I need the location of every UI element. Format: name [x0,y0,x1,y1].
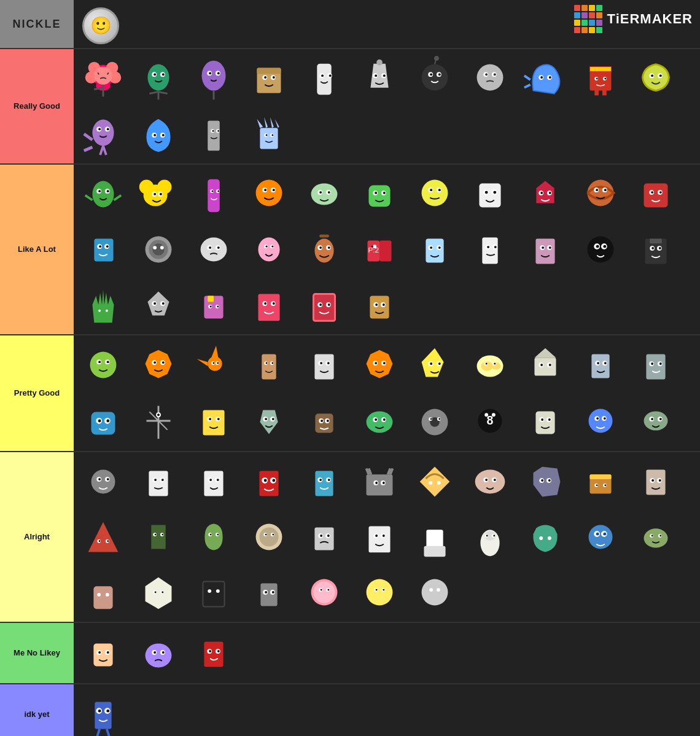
svg-point-15 [162,73,165,76]
svg-point-143 [493,191,496,194]
svg-point-265 [266,362,268,364]
list-item [518,338,572,392]
svg-point-416 [651,479,654,482]
svg-point-38 [375,74,377,77]
svg-rect-86 [208,121,220,151]
svg-point-488 [313,581,335,603]
svg-point-271 [327,362,330,364]
svg-point-148 [549,192,551,194]
list-item [518,510,572,564]
svg-point-134 [422,180,448,206]
logo-cell [574,27,580,33]
tier-items-idk-yet [74,684,700,736]
svg-point-122 [264,189,266,191]
svg-point-41 [422,65,448,91]
list-item [352,52,406,106]
svg-point-98 [266,134,268,136]
tier-items-like-a-lot: P:2 [74,165,700,334]
tier-label-idk-yet: idk yet [0,684,74,736]
svg-line-78 [84,134,93,140]
svg-point-239 [328,303,330,306]
svg-rect-190 [426,238,443,262]
list-item [297,167,351,221]
svg-point-182 [319,246,322,249]
svg-point-397 [475,470,505,494]
list-item [297,455,351,509]
svg-point-383 [319,479,322,481]
svg-line-57 [524,76,531,80]
svg-point-238 [319,303,322,306]
tier-items-really-good [74,49,700,163]
svg-point-55 [540,76,543,79]
svg-point-393 [383,482,385,484]
svg-point-65 [604,78,606,80]
svg-point-244 [383,303,385,306]
svg-point-354 [604,417,606,420]
svg-rect-184 [319,235,329,238]
svg-rect-200 [535,238,554,264]
svg-point-510 [162,651,165,654]
svg-marker-394 [420,467,450,497]
svg-point-458 [539,536,543,540]
tier-items-me-no-likey [74,623,700,683]
list-item [352,565,406,619]
svg-point-261 [217,362,219,364]
svg-point-287 [486,363,488,365]
svg-point-227 [210,305,212,307]
logo-cell [581,12,588,18]
svg-point-330 [367,411,393,433]
svg-point-276 [383,362,386,364]
svg-point-132 [375,192,377,194]
list-item [408,394,462,448]
svg-point-189 [371,246,373,248]
svg-point-167 [153,246,157,249]
svg-point-179 [314,238,333,262]
svg-point-76 [98,128,101,130]
svg-point-422 [107,540,109,542]
list-item [629,338,683,392]
nickle-character: 🙂 [76,2,125,49]
tiermaker-text: TiERMAKER [607,11,693,27]
svg-point-309 [106,420,109,423]
svg-point-480 [208,589,211,593]
list-item [187,455,241,509]
list-item [242,278,296,332]
svg-point-45 [438,73,441,76]
svg-point-103 [98,190,101,192]
svg-point-205 [588,237,614,263]
svg-point-323 [265,418,267,420]
svg-point-384 [328,479,330,481]
svg-point-496 [376,589,378,591]
svg-point-128 [328,191,330,194]
svg-rect-159 [94,238,113,261]
svg-point-162 [99,245,101,248]
svg-line-79 [84,147,93,151]
list-item [131,52,185,106]
svg-point-214 [659,247,661,249]
svg-rect-234 [313,294,335,321]
svg-rect-195 [482,238,497,264]
list-item [76,278,130,332]
svg-point-137 [430,189,432,191]
svg-point-40 [376,60,383,66]
list-item [518,394,572,448]
svg-marker-418 [88,522,119,552]
list-item [463,222,517,276]
svg-point-30 [273,76,275,79]
svg-point-6 [94,67,112,85]
svg-point-319 [217,418,220,420]
svg-point-324 [272,418,274,420]
svg-point-442 [327,534,330,537]
svg-rect-478 [203,581,224,606]
list-item [408,52,462,106]
svg-point-500 [437,588,440,592]
list-item [352,278,406,332]
list-item [131,278,185,332]
svg-point-249 [107,361,109,363]
svg-rect-267 [314,354,333,379]
list-item [574,510,628,564]
svg-point-472 [106,593,109,597]
list-item [76,625,130,679]
svg-point-19 [202,61,226,91]
tier-list: NICKLE 🙂 [0,0,700,736]
